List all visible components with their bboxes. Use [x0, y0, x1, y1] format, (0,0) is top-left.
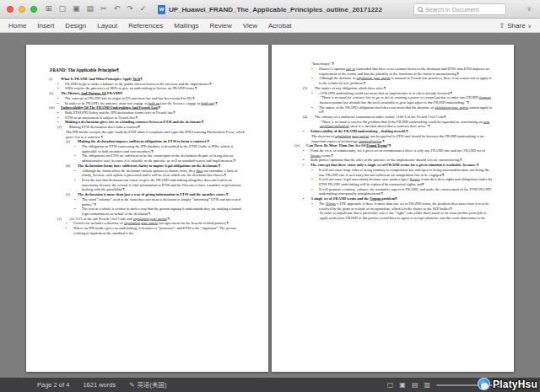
toolbar-overflow-icon[interactable]: ∨ [526, 5, 532, 13]
chevron-down-icon: ∨ [528, 23, 532, 29]
ribbon-tabs: HomeInsertDesignLayoutReferencesMailings… [8, 22, 292, 30]
focus-view-icon[interactable]: ▢ [387, 382, 394, 389]
word-count-status[interactable]: 1621 words [83, 381, 116, 389]
search-input[interactable] [425, 7, 502, 13]
close-window-button[interactable] [7, 6, 14, 13]
show-toolbar-grid-icon[interactable]: ⊞ [46, 5, 52, 13]
minimize-window-button[interactable] [19, 6, 25, 13]
paragraph: •The text as a whole is written in such … [74, 207, 248, 216]
window-controls [7, 6, 37, 13]
document-title-area: W UP_Huawei_FRAND_The_Applicable_Princip… [158, 0, 382, 19]
paragraph: The IPR holder accepts the offer made by… [66, 130, 248, 139]
web-layout-icon[interactable]: ▥ [424, 382, 430, 389]
tab-mailings[interactable]: Mailings [174, 22, 198, 30]
tab-home[interactable]: Home [8, 22, 26, 30]
paragraph-marker: • [74, 207, 82, 216]
watermark: PlatyHsu [478, 378, 537, 390]
window-title: UP_Huawei_FRAND_The_Applicable_Principle… [169, 6, 382, 13]
paragraph: FRAND: The Applicable Principles¶ [50, 67, 248, 73]
tab-insert[interactable]: Insert [37, 22, 54, 30]
status-bar: Page 2 of 4 1621 words ✎ 英语(美国) ▢ ▣ ▤ ▥ … [0, 378, 540, 392]
paragraph: •The word “informs” used in the form doe… [74, 197, 248, 207]
paragraph-marker: (4) [303, 115, 315, 120]
paragraph: •From the view of commentary, for a give… [303, 148, 494, 158]
tab-review[interactable]: Review [210, 22, 232, 30]
search-icon [418, 7, 423, 12]
language-label: 英语(美国) [137, 381, 166, 389]
paragraph-text: Where an IPR holder gives an undertaking… [73, 226, 248, 235]
paragraph: •The obligations on ETSI are sufficient … [74, 153, 248, 163]
paragraph-text: In order to adjudicate that a particular… [320, 211, 494, 220]
share-button[interactable]: ⇧ Share ∨ [500, 22, 532, 30]
paragraph: •Where an IPR holder gives an undertakin… [66, 226, 248, 235]
page-2-content: “beneficiary”.¶•Huawei’s opinion per se … [272, 45, 514, 372]
paragraph-text: Although the forms allow the declarant v… [82, 168, 248, 177]
paragraph-text: “There is no need for contract law to go… [320, 95, 494, 105]
redo-icon[interactable]: ↷ [127, 5, 133, 13]
page-number-status[interactable]: Page 2 of 4 [37, 381, 69, 389]
paragraph-text: FRAND: The Applicable Principles¶ [50, 67, 248, 73]
print-icon[interactable]: ▤ [87, 5, 94, 13]
fullscreen-window-button[interactable] [30, 6, 37, 13]
paragraph: •The obligation on ETSI concerning the I… [74, 144, 248, 153]
cut-icon[interactable]: ✂ [100, 5, 107, 13]
tab-layout[interactable]: Layout [97, 22, 117, 30]
spelling-check-icon[interactable]: ✓ [140, 5, 147, 13]
page-1[interactable]: FRAND: The Applicable Principles¶(i)What… [26, 45, 268, 372]
document-search[interactable] [413, 3, 506, 15]
paragraph: •Although the doctrine of stipulation po… [311, 76, 494, 85]
paragraph: •It will promote certainty, enhance the … [311, 186, 494, 196]
tab-references[interactable]: References [128, 22, 163, 30]
paragraph-marker: • [303, 163, 310, 168]
share-icon: ⇧ [500, 22, 505, 30]
paragraph-text: The nature of the FRAND obligation itsel… [319, 105, 494, 114]
paragraph-marker: • [74, 197, 82, 207]
paragraph-marker: • [74, 168, 82, 177]
paragraph: In order to adjudicate that a particular… [320, 211, 494, 220]
paragraph-marker: • [303, 148, 310, 158]
watermark-text: PlatyHsu [493, 379, 537, 390]
paragraph-marker: • [74, 144, 82, 153]
ribbon-tab-bar: HomeInsertDesignLayoutReferencesMailings… [0, 19, 540, 33]
paragraph-marker: • [66, 226, 73, 235]
paragraph-text: It will not cause huge risks of being co… [319, 168, 494, 177]
paragraph-marker: • [74, 153, 82, 163]
paragraph-text: From the view of commentary, for a given… [310, 148, 494, 158]
paragraph-text: It will promote certainty, enhance the n… [319, 186, 494, 196]
paragraph-text: The obligation on ETSI concerning the IP… [82, 144, 248, 153]
word-document-icon: W [158, 5, 165, 14]
undo-icon[interactable]: ↶ [114, 5, 121, 13]
page-1-content: FRAND: The Applicable Principles¶(i)What… [26, 45, 268, 372]
new-document-icon[interactable]: ▢ [59, 5, 67, 13]
title-bar: ⊞▢▣▤✂↶↷✓ W UP_Huawei_FRAND_The_Applicabl… [0, 0, 540, 19]
paragraph-text: The IPR holder accepts the offer made by… [66, 130, 248, 139]
paragraph-marker: • [303, 196, 310, 201]
paragraph-text: The word “informs” used in the form does… [82, 197, 248, 207]
paragraph-text: “There is no need to resolve the problem… [320, 120, 494, 129]
paragraph: “There is no need for contract law to go… [320, 95, 494, 105]
language-status[interactable]: ✎ 英语(美国) [129, 381, 166, 389]
paragraph-text: Huawei’s opinion per se contended that t… [319, 67, 494, 76]
page-2[interactable]: “beneficiary”.¶•Huawei’s opinion per se … [272, 45, 514, 372]
tab-acrobat[interactable]: Acrobat [268, 22, 292, 30]
paragraph-marker: • [311, 177, 319, 186]
paragraph-marker: • [74, 178, 82, 192]
paragraph-marker: • [311, 76, 319, 85]
paragraph-text: It will not cause legal uncertainty beca… [319, 177, 494, 186]
paragraph: The doctrine of stipulation pour autrui … [311, 134, 494, 143]
proofing-icon: ✎ [129, 381, 134, 389]
paragraph-marker: • [311, 186, 319, 196]
print-layout-icon[interactable]: ▤ [412, 382, 418, 389]
paragraph: •Although the forms allow the declarant … [74, 168, 248, 177]
tab-view[interactable]: View [243, 22, 257, 30]
tab-design[interactable]: Design [65, 22, 86, 30]
platyhsu-logo-icon [478, 378, 490, 390]
paragraph-text: The Vringo v ZTE approach: if there is m… [319, 201, 494, 211]
paragraph-text: The text as a whole is written in such a… [82, 207, 248, 216]
paragraph-marker: • [311, 90, 319, 95]
paragraph-marker: • [311, 105, 319, 114]
save-icon[interactable]: ▣ [73, 5, 80, 13]
paragraph-text: The doctrine of stipulation pour autrui … [311, 134, 494, 143]
paragraph: •It will not cause legal uncertainty bec… [311, 177, 494, 186]
read-mode-icon[interactable]: ▣ [399, 382, 406, 389]
